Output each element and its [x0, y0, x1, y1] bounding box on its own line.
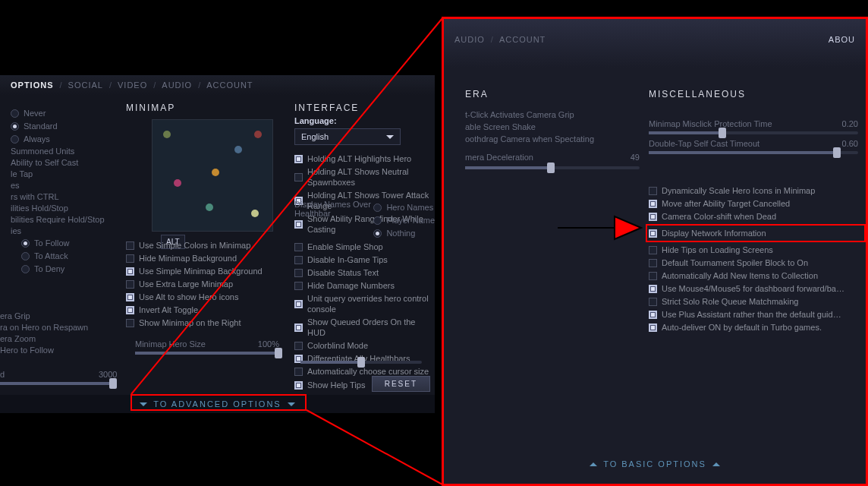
option-label: Show Queued Orders On the HUD	[307, 317, 435, 338]
era-option[interactable]: t-Click Activates Camera Grip	[465, 110, 640, 119]
radio-row[interactable]: Nothing	[373, 228, 435, 238]
option-label: Holding ALT Shows Neutral Spawnboxes	[307, 166, 435, 188]
option-label: Use Plus Assistant rather than the defau…	[662, 309, 841, 320]
option-row[interactable]: Enable Simple Shop	[294, 241, 435, 252]
option-row[interactable]: Holding ALT Highlights Hero	[294, 153, 435, 164]
option-row[interactable]: Automatically Add New Items to Collectio…	[649, 270, 863, 281]
option-row[interactable]: Use Extra Large Minimap	[126, 279, 285, 289]
radio-row[interactable]: Standard	[11, 121, 111, 131]
option-row[interactable]: Use Alt to show Hero icons	[126, 292, 285, 302]
option-row[interactable]: Camera Color-shift when Dead	[649, 211, 863, 222]
tab-audio-right[interactable]: AUDIO	[454, 35, 485, 44]
option-label: Unit query overrides hero control consol…	[307, 293, 435, 314]
radio-row[interactable]: To Follow	[21, 238, 111, 248]
red-arrow-icon	[554, 209, 645, 247]
radio-label: Always	[24, 134, 50, 144]
decel-slider[interactable]	[465, 166, 640, 169]
radio-row[interactable]: Always	[11, 134, 111, 144]
truncated-label: ies	[11, 226, 111, 235]
option-row[interactable]: Colorblind Mode	[294, 340, 435, 351]
language-value: English	[301, 132, 329, 141]
option-row[interactable]: Move after Ability Target Cancelled	[649, 198, 863, 209]
minimap-size-slider[interactable]	[135, 352, 279, 355]
radio-icon	[21, 265, 30, 273]
checkbox-icon	[126, 280, 134, 289]
option-row[interactable]: Auto-deliver ON by default in Turbo game…	[649, 322, 863, 333]
radio-row[interactable]: Hero Names	[373, 202, 435, 213]
option-label: Dynamically Scale Hero Icons in Minimap	[662, 185, 815, 196]
option-row[interactable]: Disable In-Game Tips	[294, 254, 435, 265]
option-row[interactable]: Strict Solo Role Queue Matchmaking	[649, 296, 863, 307]
names-row: Display Names Over Healthbar Hero NamesP…	[294, 200, 435, 241]
checkbox-icon	[294, 269, 303, 277]
radio-icon	[11, 122, 19, 131]
checkbox-icon	[649, 298, 657, 306]
option-row[interactable]: Use Simple Colors in Minimap	[126, 240, 285, 251]
checkbox-icon	[126, 319, 134, 327]
option-row[interactable]: Disable Status Text	[294, 267, 435, 278]
to-advanced-options[interactable]: TO ADVANCED OPTIONS	[0, 395, 435, 413]
option-row[interactable]: Use Mouse4/Mouse5 for dashboard forward/…	[649, 283, 863, 294]
misc-title: MISCELLANEOUS	[649, 89, 746, 99]
help-tips-row[interactable]: Show Help Tips	[294, 380, 365, 390]
help-tips-label: Show Help Tips	[307, 380, 365, 390]
option-row[interactable]: Default Tournament Spoiler Block to On	[649, 257, 863, 268]
tab-account-right[interactable]: ACCOUNT	[499, 35, 546, 44]
slider-track[interactable]	[649, 151, 858, 154]
basic-label: TO BASIC OPTIONS	[603, 459, 706, 469]
option-row[interactable]: Show Queued Orders On the HUD	[294, 317, 435, 338]
radio-row[interactable]: To Attack	[21, 251, 111, 261]
decel-row: mera Deceleration 49	[465, 153, 640, 162]
tab-account[interactable]: ACCOUNT	[206, 80, 253, 90]
option-row[interactable]: Hide Tips on Loading Screens	[649, 245, 863, 255]
option-row[interactable]: Hide Damage Numbers	[294, 280, 435, 291]
era-title: ERA	[465, 89, 489, 99]
era-option[interactable]: able Screen Shake	[465, 122, 640, 131]
slider-row: Double-Tap Self Cast Timeout 0.60	[649, 139, 858, 148]
option-row[interactable]: Show Minimap on the Right	[126, 317, 285, 328]
radio-icon	[11, 135, 19, 144]
truncated-label: ilities Hold/Stop	[11, 204, 111, 213]
reset-button[interactable]: RESET	[372, 376, 430, 392]
checkbox-icon	[649, 259, 657, 267]
radio-icon	[21, 252, 30, 260]
option-label: Camera Color-shift when Dead	[662, 211, 776, 222]
cursor-slider[interactable]	[300, 361, 422, 364]
tab-social[interactable]: SOCIAL	[68, 80, 103, 90]
option-row[interactable]: Use Plus Assistant rather than the defau…	[649, 309, 863, 320]
radio-row[interactable]: To Deny	[21, 264, 111, 274]
option-row[interactable]: Invert Alt Toggle	[126, 305, 285, 315]
slider-track[interactable]	[649, 131, 858, 134]
option-row[interactable]: Hide Minimap Background	[126, 253, 285, 264]
radio-label: Hero Names	[386, 202, 433, 213]
minimap-options: Use Simple Colors in MinimapHide Minimap…	[126, 238, 285, 330]
option-row[interactable]: Use Simple Minimap Background	[126, 266, 285, 276]
radio-row[interactable]: Player Name	[373, 215, 435, 226]
chevron-up-icon	[590, 462, 597, 466]
language-dropdown[interactable]: English	[294, 128, 401, 145]
checkbox-icon	[649, 285, 657, 293]
checkbox-icon	[649, 187, 657, 195]
d-label: d	[0, 370, 5, 379]
checkbox-icon	[294, 173, 303, 181]
d-slider[interactable]	[0, 382, 114, 385]
tab-about-cut[interactable]: ABOU	[829, 35, 855, 44]
left-tabs: OPTIONS / SOCIAL / VIDEO / AUDIO / ACCOU…	[0, 75, 435, 95]
option-row[interactable]: Automatically choose cursor size	[294, 366, 435, 377]
option-row[interactable]: Holding ALT Shows Neutral Spawnboxes	[294, 166, 435, 188]
checkbox-icon	[649, 229, 657, 238]
to-basic-options[interactable]: TO BASIC OPTIONS	[444, 455, 866, 473]
truncated-label: bilities Require Hold/Stop	[11, 215, 111, 224]
tab-video[interactable]: VIDEO	[118, 80, 147, 90]
tab-audio[interactable]: AUDIO	[162, 80, 192, 90]
option-row[interactable]: Dynamically Scale Hero Icons in Minimap	[649, 185, 863, 196]
option-row[interactable]: Unit query overrides hero control consol…	[294, 293, 435, 314]
option-row[interactable]: Display Network Information	[649, 228, 863, 238]
era-option[interactable]: oothdrag Camera when Spectating	[465, 134, 640, 144]
option-label: Use Alt to show Hero icons	[139, 292, 238, 302]
radio-row[interactable]: Never	[11, 108, 111, 118]
minimap-size-label: Minimap Hero Size	[135, 339, 206, 349]
tab-options[interactable]: OPTIONS	[11, 80, 54, 90]
option-label: Use Simple Minimap Background	[139, 266, 263, 276]
checkbox-icon	[294, 381, 303, 390]
